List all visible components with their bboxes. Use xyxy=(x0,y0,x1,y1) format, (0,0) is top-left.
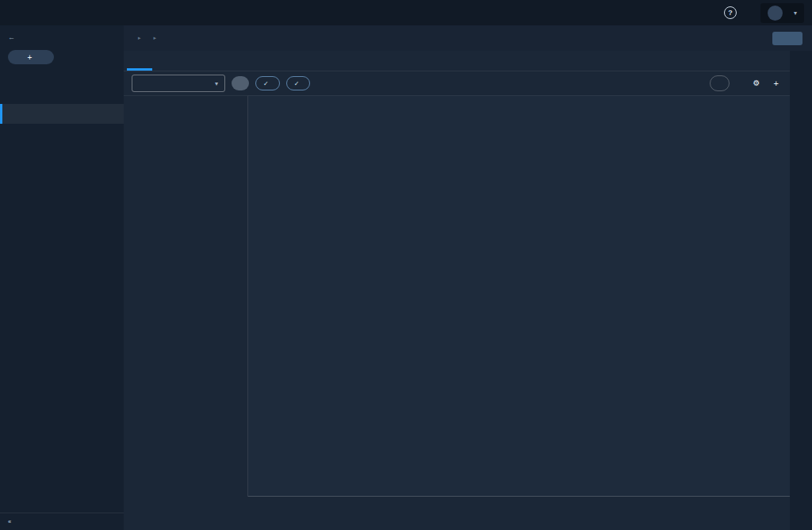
exercise-title xyxy=(0,67,124,75)
content-area: ▸ ▸ ▾ xyxy=(124,25,812,530)
scenario-filter-chip[interactable] xyxy=(232,76,249,90)
inject-filter-chip[interactable]: ✓ xyxy=(286,76,311,90)
back-arrow-icon: ← xyxy=(8,33,15,41)
right-icon-rail xyxy=(790,51,812,530)
grouping-select[interactable]: ▾ xyxy=(132,75,225,92)
back-to-operational-mode-link[interactable]: ← xyxy=(0,25,124,43)
phase-filter-chip[interactable]: ✓ xyxy=(255,76,280,90)
exercise-mode-label xyxy=(0,75,124,84)
body-row: ▾ ✓ ✓ xyxy=(124,51,812,530)
breadcrumb-separator: ▸ xyxy=(154,35,157,41)
collapse-chevrons-icon: « xyxy=(8,518,12,525)
gear-icon: ⚙ xyxy=(753,79,760,87)
time-axis xyxy=(248,497,790,530)
top-bar: ? ▾ xyxy=(0,0,812,25)
timeline-chart xyxy=(124,95,790,530)
sidebar-item-plan[interactable] xyxy=(0,104,124,124)
avatar xyxy=(768,6,783,21)
toolbar-right-actions: ⚙ + xyxy=(710,75,782,91)
check-icon: ✓ xyxy=(263,80,269,87)
chevron-down-icon: ▾ xyxy=(215,80,218,87)
main-column: ▾ ✓ ✓ xyxy=(124,51,790,530)
collapse-sidebar-button[interactable]: « xyxy=(0,513,124,530)
set-at-current-time-button[interactable] xyxy=(710,75,730,91)
timeline-plot[interactable] xyxy=(248,95,790,497)
sidebar-create-button[interactable]: + xyxy=(8,50,54,64)
breadcrumb-separator: ▸ xyxy=(138,35,141,41)
create-button[interactable]: + xyxy=(774,79,782,88)
sidebar-item-direct[interactable] xyxy=(0,84,124,104)
topbar-actions: ? ▾ xyxy=(700,3,804,23)
timeline-toolbar: ▾ ✓ ✓ xyxy=(124,71,790,95)
chevron-down-icon: ▾ xyxy=(794,10,797,17)
sidebar-nav xyxy=(0,84,124,176)
settings-button[interactable]: ⚙ xyxy=(753,79,764,87)
plus-icon: + xyxy=(27,53,32,62)
sidebar-item-evaluate[interactable] xyxy=(0,124,124,144)
supporting-modules-label xyxy=(0,144,124,156)
tab-timeline[interactable] xyxy=(127,51,152,71)
tab-bar xyxy=(124,51,790,71)
plus-icon: + xyxy=(774,79,779,88)
user-menu[interactable]: ▾ xyxy=(760,3,804,23)
sidebar-item-information-sets[interactable] xyxy=(0,156,124,176)
check-icon: ✓ xyxy=(294,80,300,87)
breadcrumb: ▸ ▸ xyxy=(124,25,812,51)
help-icon[interactable]: ? xyxy=(724,6,737,19)
timeline-row-labels xyxy=(124,95,248,497)
left-sidebar: ← + xyxy=(0,25,124,530)
edit-button[interactable] xyxy=(772,32,802,45)
